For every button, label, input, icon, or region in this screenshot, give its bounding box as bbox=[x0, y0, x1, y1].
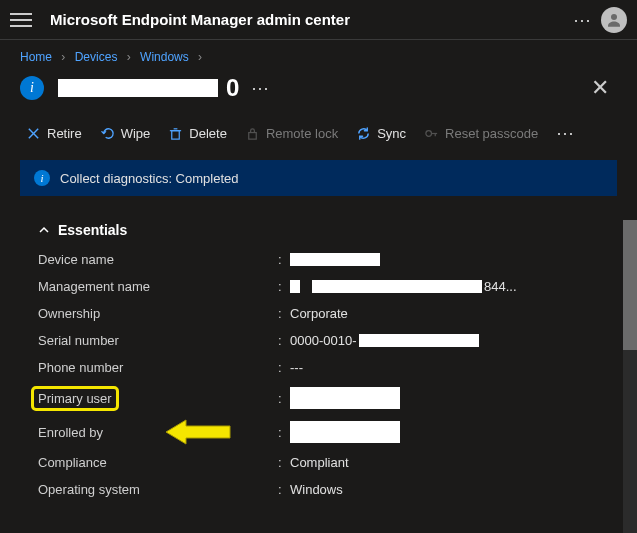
undo-icon bbox=[100, 126, 115, 141]
x-icon bbox=[26, 126, 41, 141]
svg-point-7 bbox=[426, 130, 432, 136]
value-phone-number: --- bbox=[290, 360, 601, 375]
redacted-text bbox=[290, 387, 400, 409]
value-device-name bbox=[290, 253, 601, 266]
remote-lock-button: Remote lock bbox=[245, 126, 338, 141]
device-title: 0 ⋯ bbox=[58, 74, 591, 102]
essentials-toggle[interactable]: Essentials bbox=[38, 222, 601, 238]
chevron-right-icon: › bbox=[192, 50, 208, 64]
redacted-text bbox=[290, 421, 400, 443]
redacted-text bbox=[359, 334, 479, 347]
label-management-name: Management name bbox=[38, 279, 278, 294]
label-enrolled-by: Enrolled by bbox=[38, 425, 278, 440]
redacted-text bbox=[290, 280, 300, 293]
redacted-text bbox=[290, 253, 380, 266]
breadcrumb-devices[interactable]: Devices bbox=[75, 50, 118, 64]
breadcrumb-windows[interactable]: Windows bbox=[140, 50, 189, 64]
label-operating-system: Operating system bbox=[38, 482, 278, 497]
trash-icon bbox=[168, 126, 183, 141]
top-bar: Microsoft Endpoint Manager admin center … bbox=[0, 0, 637, 40]
close-icon[interactable]: ✕ bbox=[591, 75, 609, 101]
svg-rect-3 bbox=[172, 130, 180, 138]
svg-marker-10 bbox=[166, 420, 230, 444]
scrollbar[interactable] bbox=[623, 220, 637, 533]
label-device-name: Device name bbox=[38, 252, 278, 267]
diagnostics-message: Collect diagnostics: Completed bbox=[60, 171, 238, 186]
label-ownership: Ownership bbox=[38, 306, 278, 321]
info-icon: i bbox=[20, 76, 44, 100]
svg-rect-6 bbox=[249, 132, 257, 139]
reset-passcode-button: Reset passcode bbox=[424, 126, 538, 141]
arrow-annotation-icon bbox=[164, 418, 232, 446]
sync-button[interactable]: Sync bbox=[356, 126, 406, 141]
value-compliance: Compliant bbox=[290, 455, 601, 470]
delete-button[interactable]: Delete bbox=[168, 126, 227, 141]
value-operating-system: Windows bbox=[290, 482, 601, 497]
redacted-text bbox=[312, 280, 482, 293]
info-icon: i bbox=[34, 170, 50, 186]
highlight-annotation: Primary user bbox=[31, 386, 119, 411]
value-serial-number: 0000-0010- bbox=[290, 333, 601, 348]
retire-button[interactable]: Retire bbox=[26, 126, 82, 141]
device-title-suffix: 0 bbox=[226, 74, 239, 102]
redacted-text bbox=[58, 79, 218, 97]
app-title: Microsoft Endpoint Manager admin center bbox=[50, 11, 563, 28]
sync-icon bbox=[356, 126, 371, 141]
toolbar-more-icon[interactable]: ⋯ bbox=[556, 122, 574, 144]
scroll-thumb[interactable] bbox=[623, 220, 637, 350]
value-primary-user bbox=[290, 387, 601, 409]
key-icon bbox=[424, 126, 439, 141]
page-heading: i 0 ⋯ ✕ bbox=[0, 70, 637, 114]
breadcrumb-home[interactable]: Home bbox=[20, 50, 52, 64]
svg-point-0 bbox=[611, 14, 617, 20]
label-serial-number: Serial number bbox=[38, 333, 278, 348]
chevron-right-icon: › bbox=[121, 50, 137, 64]
chevron-right-icon: › bbox=[55, 50, 71, 64]
label-primary-user: Primary user bbox=[38, 391, 278, 406]
breadcrumb: Home › Devices › Windows › bbox=[0, 40, 637, 70]
value-management-name: 844... bbox=[290, 279, 601, 294]
value-enrolled-by bbox=[290, 421, 601, 443]
diagnostics-banner: i Collect diagnostics: Completed bbox=[20, 160, 617, 196]
value-ownership: Corporate bbox=[290, 306, 601, 321]
chevron-up-icon bbox=[38, 224, 50, 236]
top-more-icon[interactable]: ⋯ bbox=[563, 9, 601, 31]
essentials-section: Essentials Device name : Management name… bbox=[0, 196, 637, 497]
lock-icon bbox=[245, 126, 260, 141]
wipe-button[interactable]: Wipe bbox=[100, 126, 151, 141]
label-phone-number: Phone number bbox=[38, 360, 278, 375]
heading-more-icon[interactable]: ⋯ bbox=[251, 77, 269, 99]
user-avatar-icon[interactable] bbox=[601, 7, 627, 33]
hamburger-menu-icon[interactable] bbox=[10, 9, 32, 31]
command-toolbar: Retire Wipe Delete Remote lock Sync Rese… bbox=[0, 114, 637, 154]
label-compliance: Compliance bbox=[38, 455, 278, 470]
essentials-grid: Device name : Management name : 844... O… bbox=[38, 252, 601, 497]
